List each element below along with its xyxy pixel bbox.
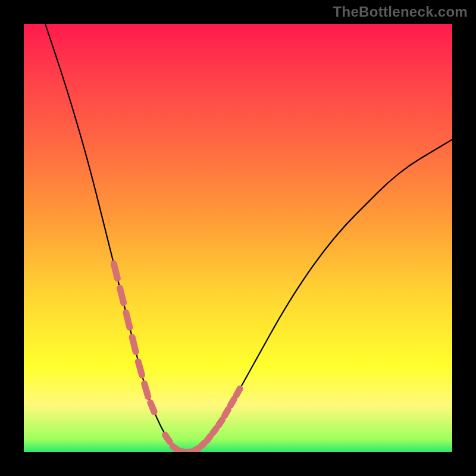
plot-area [24,24,452,452]
bottleneck-curve [45,24,452,452]
watermark-text: TheBottleneck.com [333,4,468,20]
highlight-tick [207,436,211,440]
highlight-tick [138,362,142,375]
highlight-segments [114,264,240,452]
highlight-tick [201,443,205,446]
highlight-tick [195,448,199,450]
highlight-tick [180,451,185,452]
highlight-tick [145,384,148,397]
highlight-tick [173,446,177,450]
highlight-tick [219,420,223,425]
highlight-tick [114,264,117,278]
chart-frame: TheBottleneck.com [0,0,476,476]
highlight-tick [236,389,240,395]
highlight-tick [213,428,217,433]
chart-svg [24,24,452,452]
highlight-tick [126,313,130,328]
highlight-tick [151,403,154,412]
highlight-tick [120,288,124,303]
highlight-tick [187,452,192,452]
highlight-tick [230,399,234,405]
highlight-tick [132,337,136,352]
highlight-tick [165,435,170,441]
highlight-tick [225,409,228,415]
